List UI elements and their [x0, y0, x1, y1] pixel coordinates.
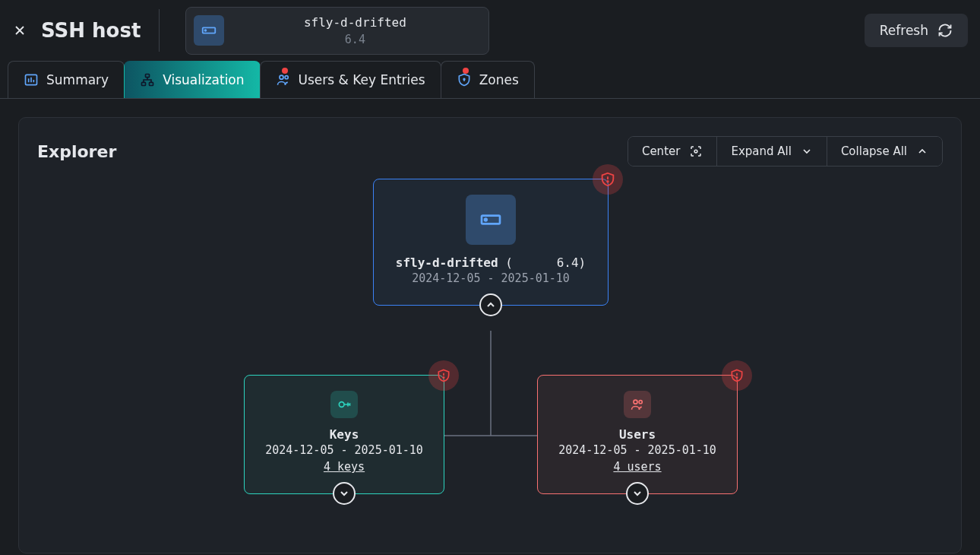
- chevron-up-icon: [916, 145, 928, 157]
- node-host-dates: 2024-12-05 - 2025-01-10: [389, 271, 593, 285]
- svg-point-16: [634, 400, 637, 404]
- svg-point-7: [285, 76, 288, 79]
- alert-dot-icon: [463, 68, 469, 74]
- alert-dot-icon: [282, 68, 288, 74]
- panel-title: Explorer: [37, 142, 116, 161]
- host-version: 6.4: [345, 33, 365, 46]
- collapse-all-button[interactable]: Collapse All: [827, 137, 942, 166]
- visualization-icon: [140, 72, 155, 87]
- center-icon: [689, 144, 703, 158]
- chevron-down-icon: [631, 487, 643, 500]
- server-icon: [201, 22, 217, 39]
- node-users-toggle[interactable]: [626, 482, 649, 505]
- svg-point-1: [205, 30, 207, 31]
- node-keys-dates: 2024-12-05 - 2025-01-10: [260, 443, 428, 457]
- tab-visualization-label: Visualization: [163, 72, 244, 87]
- svg-point-15: [736, 377, 737, 378]
- svg-point-17: [639, 401, 642, 404]
- close-button[interactable]: [12, 23, 27, 38]
- node-keys[interactable]: Keys 2024-12-05 - 2025-01-10 4 keys: [244, 375, 444, 494]
- node-keys-toggle[interactable]: [333, 482, 356, 505]
- center-button[interactable]: Center: [628, 137, 718, 166]
- center-label: Center: [642, 144, 681, 158]
- shield-alert-icon: [436, 368, 451, 383]
- expand-all-label: Expand All: [731, 144, 791, 158]
- tab-users-keys[interactable]: Users & Key Entries: [260, 61, 441, 98]
- svg-point-8: [463, 78, 465, 80]
- node-host-title: sfly-d-drifted ( 6.4): [389, 255, 593, 270]
- users-icon: [276, 72, 291, 87]
- tab-zones[interactable]: Zones: [441, 61, 535, 98]
- alert-badge: [593, 164, 623, 195]
- refresh-button[interactable]: Refresh: [865, 14, 968, 47]
- refresh-icon: [937, 23, 953, 38]
- svg-point-13: [443, 377, 444, 378]
- tab-summary[interactable]: Summary: [8, 61, 125, 98]
- header: SSH host sfly-d-drifted 6.4 Refresh: [0, 0, 980, 61]
- shield-alert-icon: [599, 171, 616, 188]
- tab-zones-label: Zones: [479, 72, 519, 87]
- svg-rect-5: [150, 82, 153, 85]
- node-host-version: 6.4: [557, 255, 579, 270]
- node-users-title: Users: [619, 427, 656, 442]
- svg-point-14: [339, 402, 344, 408]
- node-users-dates: 2024-12-05 - 2025-01-10: [553, 443, 722, 457]
- graph-canvas[interactable]: sfly-d-drifted ( 6.4) 2024-12-05 - 2025-…: [19, 171, 961, 553]
- users-icon-box: [624, 391, 651, 418]
- node-host-toggle[interactable]: [479, 293, 502, 316]
- tab-visualization[interactable]: Visualization: [124, 61, 260, 98]
- chevron-down-icon: [338, 487, 350, 500]
- host-name: sfly-d-drifted: [304, 15, 406, 30]
- tab-summary-label: Summary: [46, 72, 109, 87]
- alert-badge: [428, 360, 459, 391]
- svg-point-10: [607, 181, 608, 182]
- key-icon-box: [330, 391, 358, 418]
- tab-users-keys-label: Users & Key Entries: [299, 72, 425, 87]
- node-host-name: sfly-d-drifted: [396, 255, 498, 270]
- host-pill[interactable]: sfly-d-drifted 6.4: [185, 7, 489, 55]
- server-icon-box: [194, 15, 224, 46]
- chevron-down-icon: [801, 145, 813, 157]
- node-keys-count-link[interactable]: 4 keys: [324, 460, 365, 474]
- node-users-count-link[interactable]: 4 users: [613, 460, 661, 474]
- explorer-toolbar: Center Expand All Collapse All: [628, 136, 943, 166]
- tabs: Summary Visualization Users & Key Entrie…: [0, 61, 980, 99]
- svg-point-12: [485, 219, 487, 221]
- panel-head: Explorer Center Expand All Collapse All: [37, 136, 943, 166]
- node-users[interactable]: Users 2024-12-05 - 2025-01-10 4 users: [537, 375, 738, 494]
- alert-badge: [722, 360, 752, 391]
- svg-point-6: [280, 75, 283, 79]
- host-text: sfly-d-drifted 6.4: [235, 15, 475, 46]
- chevron-up-icon: [485, 299, 497, 311]
- server-icon-box: [466, 195, 516, 245]
- shield-alert-icon: [729, 368, 744, 383]
- close-icon: [12, 23, 27, 38]
- svg-rect-4: [142, 82, 146, 85]
- expand-all-button[interactable]: Expand All: [717, 137, 827, 166]
- node-keys-title: Keys: [330, 427, 359, 442]
- collapse-all-label: Collapse All: [841, 144, 907, 158]
- node-host[interactable]: sfly-d-drifted ( 6.4) 2024-12-05 - 2025-…: [373, 179, 609, 306]
- server-icon: [479, 208, 503, 232]
- explorer-panel: Explorer Center Expand All Collapse All: [18, 117, 962, 553]
- summary-icon: [24, 72, 39, 87]
- header-left: SSH host: [12, 9, 160, 52]
- users-icon: [630, 397, 645, 412]
- svg-point-9: [695, 150, 698, 153]
- key-icon: [337, 397, 352, 412]
- page-title: SSH host: [41, 19, 141, 42]
- shield-icon: [457, 72, 472, 87]
- svg-rect-3: [146, 75, 150, 78]
- refresh-label: Refresh: [880, 23, 928, 38]
